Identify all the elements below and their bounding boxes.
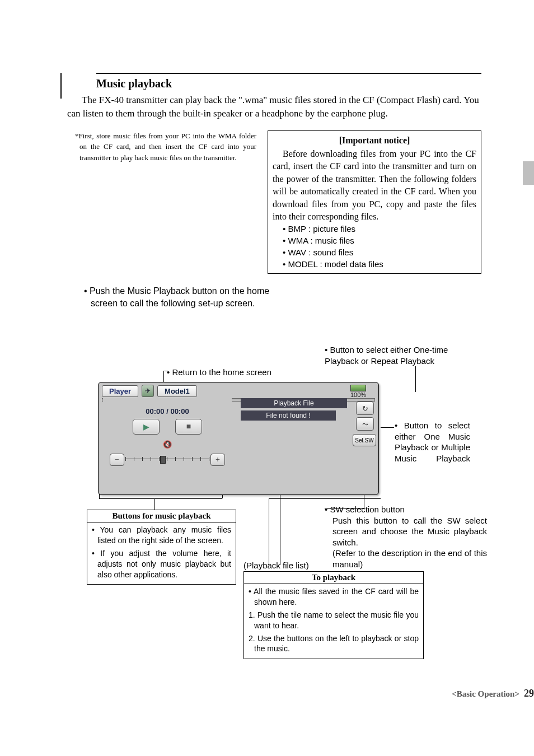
prep-note: *First, store music files from your PC i… [67, 130, 256, 274]
to-playback-step: 2. Use the buttons on the left to playba… [249, 633, 419, 655]
to-playback-title: To playback [244, 572, 423, 584]
notice-title: [Important notice] [273, 134, 476, 147]
callout-playback-list: (Playback file list) [243, 560, 309, 571]
callout-multi: • Button to select either One Music Play… [395, 420, 470, 464]
battery-indicator: 100% [350, 385, 366, 398]
sel-sw-button[interactable]: Sel.SW [353, 434, 376, 446]
notice-body: Before downloading files from your PC in… [273, 148, 476, 223]
section-title: Music playback [96, 77, 481, 90]
callout-sw: • SW selection button Push this button t… [325, 504, 487, 570]
notice-item: • WAV : sound files [283, 246, 476, 258]
notice-item: • MODEL : model data files [283, 258, 476, 270]
multi-toggle-button[interactable]: ⤳ [356, 417, 374, 431]
volume-up-button[interactable]: + [210, 454, 225, 466]
playback-file-header: Playback File [241, 398, 347, 408]
speaker-icon: 🔇 [103, 440, 232, 449]
callout-return-home: • Return to the home screen [167, 367, 271, 378]
notice-item: • BMP : picture files [283, 223, 476, 235]
intro-paragraph: The FX-40 transmitter can play back the … [67, 94, 481, 120]
volume-down-button[interactable]: − [110, 454, 124, 466]
page-footer: <Basic Operation> 29 [0, 688, 534, 699]
to-playback-note: • All the music files saved in the CF ca… [249, 586, 419, 608]
play-button[interactable]: ▶ [133, 419, 160, 435]
player-window: Player ✈ Model1 100% 00:00 / 00:00 ▶ ■ 🔇… [98, 382, 379, 495]
notice-item: • WMA : music files [283, 235, 476, 246]
callout-repeat: • Button to select either One-time Playb… [325, 344, 476, 366]
call-instruction: • Push the Music Playback button on the … [84, 285, 275, 309]
playback-buttons-note: • If you adjust the volume here, it adju… [92, 548, 231, 580]
stop-button[interactable]: ■ [175, 419, 202, 435]
player-title-button[interactable]: Player [102, 385, 138, 397]
repeat-toggle-button[interactable]: ↻ [356, 402, 374, 415]
time-display: 00:00 / 00:00 [103, 407, 232, 416]
volume-slider[interactable]: − + [110, 450, 225, 467]
to-playback-step: 1. Push the tile name to select the musi… [249, 610, 419, 631]
model-icon[interactable]: ✈ [142, 385, 154, 397]
model-name-button[interactable]: Model1 [157, 385, 197, 397]
volume-handle[interactable] [160, 456, 166, 464]
file-not-found: File not found ! [241, 410, 336, 421]
playback-buttons-note: • You can playback any music files liste… [92, 525, 231, 546]
side-tab [523, 161, 534, 185]
important-notice-box: [Important notice] Before downloading fi… [268, 130, 481, 274]
playback-buttons-title: Buttons for music playback [87, 510, 236, 522]
